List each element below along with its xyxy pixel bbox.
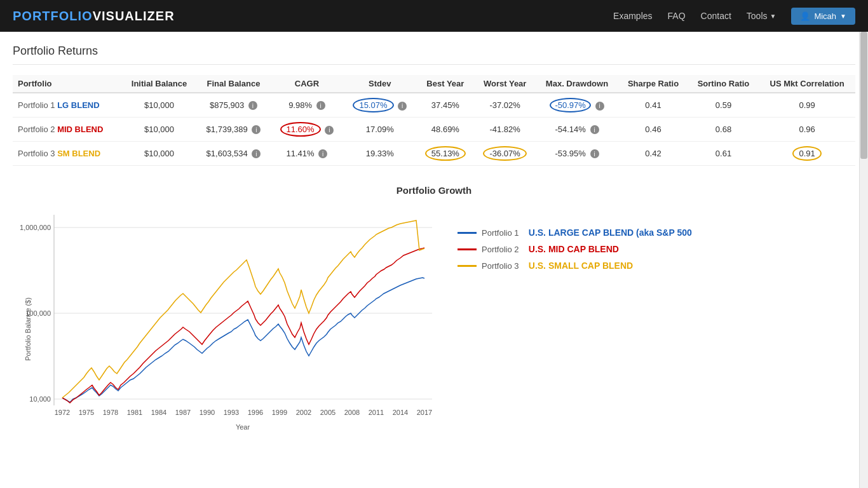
col-drawdown: Max. Drawdown bbox=[536, 75, 618, 93]
x-label-1978: 1978 bbox=[103, 409, 118, 416]
p2-sharpe: 0.46 bbox=[618, 118, 688, 142]
x-label-1990: 1990 bbox=[200, 409, 215, 416]
y-label-100k: 100,000 bbox=[25, 309, 51, 317]
p1-line bbox=[62, 278, 424, 402]
y-axis-label: Portfolio Balance ($) bbox=[24, 297, 32, 361]
p3-worst: -36.07% bbox=[475, 142, 536, 166]
p3-corr: 0.91 bbox=[759, 142, 855, 166]
user-button[interactable]: 👤 Micah ▼ bbox=[791, 8, 855, 25]
chart-legend: Portfolio 1 U.S. LARGE CAP BLEND (aka S&… bbox=[458, 202, 692, 277]
p3-corr-circled: 0.91 bbox=[792, 146, 821, 161]
p1-final-info[interactable]: i bbox=[248, 101, 257, 110]
navbar: PORTFOLIO VISUALIZER Examples FAQ Contac… bbox=[0, 0, 868, 32]
legend-name-p1: U.S. LARGE CAP BLEND (aka S&P 500 bbox=[529, 227, 692, 238]
p1-sharpe: 0.41 bbox=[618, 93, 688, 118]
p1-worst: -37.02% bbox=[475, 93, 536, 118]
p3-best: 55.13% bbox=[416, 142, 474, 166]
y-label-10k: 10,000 bbox=[29, 395, 51, 403]
x-label-1999: 1999 bbox=[272, 409, 287, 416]
nav-tools[interactable]: Tools ▼ bbox=[747, 11, 776, 21]
col-final: Final Balance bbox=[196, 75, 270, 93]
logo: PORTFOLIO VISUALIZER bbox=[13, 9, 175, 24]
scrollbar-thumb[interactable] bbox=[860, 32, 867, 159]
nav-examples[interactable]: Examples bbox=[613, 11, 652, 21]
p2-corr: 0.96 bbox=[759, 118, 855, 142]
p2-initial: $10,000 bbox=[122, 118, 197, 142]
p3-cagr: 11.41% i bbox=[270, 142, 343, 166]
x-label-1987: 1987 bbox=[175, 409, 191, 416]
col-sharpe: Sharpe Ratio bbox=[618, 75, 688, 93]
col-initial: Initial Balance bbox=[122, 75, 197, 93]
portfolio-growth-chart: Portfolio Balance ($) 10,000 100,000 1,0… bbox=[19, 202, 438, 444]
p1-corr: 0.99 bbox=[759, 93, 855, 118]
tools-caret: ▼ bbox=[770, 13, 776, 20]
col-sortino: Sortino Ratio bbox=[688, 75, 759, 93]
x-label-1984: 1984 bbox=[151, 409, 166, 416]
logo-portfolio: PORTFOLIO bbox=[13, 9, 93, 24]
legend-name-p2: U.S. MID CAP BLEND bbox=[529, 244, 619, 254]
user-caret: ▼ bbox=[840, 13, 846, 20]
p2-line bbox=[62, 248, 424, 403]
chart-wrapper: Portfolio Balance ($) 10,000 100,000 1,0… bbox=[19, 202, 849, 444]
table-row: Portfolio 3 SM BLEND $10,000 $1,603,534 … bbox=[13, 142, 855, 166]
x-label-1993: 1993 bbox=[224, 409, 239, 416]
nav-faq[interactable]: FAQ bbox=[668, 11, 686, 21]
p3-worst-circled: -36.07% bbox=[483, 146, 526, 161]
scrollbar-track[interactable] bbox=[859, 32, 868, 444]
x-label-2014: 2014 bbox=[393, 409, 408, 416]
p1-cagr-info[interactable]: i bbox=[316, 101, 325, 110]
x-label-1996: 1996 bbox=[248, 409, 263, 416]
p3-stdev: 19.33% bbox=[343, 142, 416, 166]
p1-stdev-info[interactable]: i bbox=[398, 102, 407, 111]
legend-line-p2 bbox=[458, 248, 477, 250]
p2-cagr: 11.60% i bbox=[270, 118, 343, 142]
x-axis-label-year: Year bbox=[236, 423, 250, 431]
p2-sortino: 0.68 bbox=[688, 118, 759, 142]
p1-initial: $10,000 bbox=[122, 93, 197, 118]
x-label-2011: 2011 bbox=[369, 409, 384, 416]
x-label-1972: 1972 bbox=[55, 409, 70, 416]
p1-stdev-circled: 15.07% bbox=[353, 98, 393, 112]
p3-drawdown: -53.95% i bbox=[536, 142, 618, 166]
x-label-1975: 1975 bbox=[79, 409, 94, 416]
x-label-2005: 2005 bbox=[320, 409, 336, 416]
chart-title: Portfolio Growth bbox=[19, 185, 849, 196]
page-title: Portfolio Returns bbox=[13, 44, 855, 65]
legend-item-p2: Portfolio 2 U.S. MID CAP BLEND bbox=[458, 244, 692, 254]
p2-final-info[interactable]: i bbox=[252, 125, 261, 134]
chart-area: Portfolio Balance ($) 10,000 100,000 1,0… bbox=[19, 202, 438, 444]
p2-cagr-info[interactable]: i bbox=[325, 126, 334, 135]
p3-best-circled: 55.13% bbox=[425, 146, 466, 161]
p2-worst: -41.82% bbox=[475, 118, 536, 142]
legend-line-p1 bbox=[458, 232, 477, 234]
x-label-2008: 2008 bbox=[344, 409, 360, 416]
legend-item-p1: Portfolio 1 U.S. LARGE CAP BLEND (aka S&… bbox=[458, 227, 692, 238]
p3-line bbox=[62, 220, 424, 398]
p3-final: $1,603,534 i bbox=[196, 142, 270, 166]
p2-label: Portfolio 2 MID BLEND bbox=[13, 118, 122, 142]
y-label-1m: 1,000,000 bbox=[20, 224, 51, 231]
p3-drawdown-info[interactable]: i bbox=[590, 149, 599, 158]
nav-right: Examples FAQ Contact Tools ▼ 👤 Micah ▼ bbox=[613, 8, 855, 25]
p1-cagr: 9.98% i bbox=[270, 93, 343, 118]
col-cagr: CAGR bbox=[270, 75, 343, 93]
p1-drawdown-circled: -50.97% bbox=[550, 98, 590, 112]
p1-sortino: 0.59 bbox=[688, 93, 759, 118]
nav-contact[interactable]: Contact bbox=[701, 11, 731, 21]
col-stdev: Stdev bbox=[343, 75, 416, 93]
returns-table: Portfolio Initial Balance Final Balance … bbox=[13, 75, 855, 166]
p3-cagr-info[interactable]: i bbox=[318, 149, 327, 158]
legend-line-p3 bbox=[458, 265, 477, 267]
table-row: Portfolio 1 LG BLEND $10,000 $875,903 i … bbox=[13, 93, 855, 118]
p1-drawdown-info[interactable]: i bbox=[595, 102, 604, 111]
p1-drawdown: -50.97% i bbox=[536, 93, 618, 118]
x-label-2002: 2002 bbox=[296, 409, 311, 416]
legend-item-p3: Portfolio 3 U.S. SMALL CAP BLEND bbox=[458, 261, 692, 271]
x-label-1981: 1981 bbox=[127, 409, 142, 416]
p2-stdev: 17.09% bbox=[343, 118, 416, 142]
p2-cagr-circled: 11.60% bbox=[280, 122, 321, 137]
p2-drawdown-info[interactable]: i bbox=[590, 125, 599, 134]
p2-drawdown: -54.14% i bbox=[536, 118, 618, 142]
p3-final-info[interactable]: i bbox=[252, 149, 261, 158]
legend-name-p3: U.S. SMALL CAP BLEND bbox=[529, 261, 633, 271]
